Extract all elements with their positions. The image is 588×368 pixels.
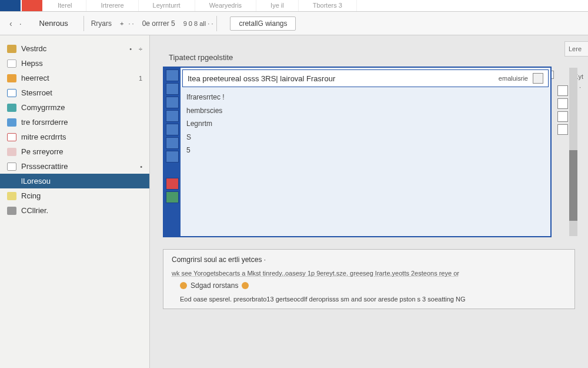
alert-icon [7,133,16,141]
editor-panel: Itea preeteureal osss 3RS| lairoval Fras… [163,67,552,237]
tool-icon[interactable] [166,151,179,163]
menu-plus[interactable]: + [118,16,126,31]
editor-side-buttons [557,85,568,135]
menu-separator [216,16,217,31]
page-icon [7,118,16,127]
tool-icon[interactable] [166,69,179,81]
sidebar-item-label: CCllrier. [21,206,48,215]
tool-icon[interactable] [166,124,179,135]
right-panel-label: Lere [567,44,586,54]
sidebar-item[interactable]: tre forsrrderre [0,115,149,130]
blank-icon [7,177,16,185]
top-tab[interactable]: Leyrnturrt [139,0,195,11]
editor-header-button[interactable] [533,73,543,84]
sidebar-badge: • [140,163,142,170]
sidebar-item-selected[interactable]: lLoresou [0,174,149,188]
folder-icon [7,45,16,53]
sidebar-item-label: mitre ecrdrrts [21,132,66,141]
tool-icon-go[interactable] [166,191,179,203]
sidebar-item[interactable]: Hepss [0,56,149,71]
console-title: Comgrirsl soul ac ertli yetces · [172,256,566,264]
editor-body[interactable]: Ifraresrrtec ! hembrscies Legnrtm S 5 [181,89,550,236]
console-line: wk see Yorogetsbecarts a Mkst tinredy..o… [172,268,566,278]
sidebar-item[interactable]: Comygrrmze [0,100,149,115]
sidebar-item-label: Rcing [21,191,41,200]
status-dot-icon [242,282,249,289]
side-button[interactable] [557,85,568,96]
tool-icon[interactable] [166,97,179,108]
right-mini-panel: Lere [564,41,588,57]
sidebar-item[interactable]: Rcing [0,188,149,203]
side-button[interactable] [557,98,568,109]
sidebar-item-label: tre forsrrderre [21,118,68,127]
top-tab[interactable]: Irtrerere [86,0,138,11]
module-icon [7,104,16,112]
tool-spacer [166,164,179,176]
editor-line: 5 [186,144,544,158]
tool-icon-stop[interactable] [166,178,179,190]
editor-header-text: Itea preeteureal osss 3RS| lairoval Fras… [188,74,335,83]
scrollbar-thumb[interactable] [569,150,577,221]
sidebar-item[interactable]: Prsssecrattire • [0,159,149,174]
document-icon [7,59,16,68]
editor-line: S [186,131,544,145]
menu-center[interactable]: 0e orrrer 5 [136,16,181,31]
sidebar-badge: • [129,45,132,52]
top-tab[interactable]: Tborters 3 [299,0,357,11]
menu-main[interactable]: Nenrous [25,15,82,31]
menu-item2[interactable]: Rryars [85,16,118,31]
sidebar-item-label: Pe srreyorre [21,147,64,156]
content-area: Lere Kyt · Tipatect rpgeolstite Itea pre… [150,35,588,368]
menu-dots[interactable]: · · [126,16,136,31]
editor-header-flag: emaluisrie [499,75,532,82]
app-tab-red[interactable] [22,0,42,11]
menu-separator [83,16,84,31]
nav-fwd-icon[interactable]: · [16,19,25,28]
menu-bar: ‹ · Nenrous Rryars + · · 0e orrrer 5 9 0… [0,12,588,35]
editor-main: Itea preeteureal osss 3RS| lairoval Fras… [181,68,550,236]
note-icon [7,148,16,156]
status-dot-icon [180,282,187,289]
tool-icon[interactable] [166,137,179,149]
console-status-text: Sdgad rorstans [191,281,238,290]
sidebar-item-label: Stesrroet [21,88,52,97]
console-panel: Comgrirsl soul ac ertli yetces · wk see … [163,249,575,309]
menu-symbols[interactable]: 9 0 8 all · · [181,16,216,31]
top-tab-strip: Iterel Irtrerere Leyrnturrt Wearyedris I… [0,0,588,12]
menu-box-button[interactable]: cretallG wiangs [230,16,296,31]
sidebar-item-label: heerrect [21,74,49,82]
sidebar-item-label: Comygrrmze [21,103,65,112]
sidebar-badge: ÷ [139,45,142,52]
top-tab[interactable]: Iye il [256,0,299,11]
panel-title: Tipatect rpgeolstite [157,42,581,67]
sidebar-item-label: Vestrdc [21,44,46,53]
sidebar-item[interactable]: Stesrroet [0,85,149,100]
app-tab-blue[interactable] [0,0,21,11]
sidebar-item-label: lLoresou [21,177,51,185]
editor-icon-column [164,68,181,236]
sidebar-item[interactable]: Vestrdc • ÷ [0,41,149,56]
sidebar-item[interactable]: Pe srreyorre [0,144,149,159]
sidebar-item[interactable]: CCllrier. [0,203,149,218]
sidebar-item-label: Hepss [21,59,43,68]
sidebar-item-label: Prsssecrattire [21,162,68,171]
tool-icon[interactable] [166,110,179,122]
sidebar-item[interactable]: mitre ecrdrrts [0,130,149,144]
config-icon [7,207,16,215]
nav-back-icon[interactable]: ‹ [6,19,16,28]
console-message: Eod oase spesrel. presorbrato13 gertseoc… [172,293,566,303]
top-tab[interactable]: Wearyedris [195,0,256,11]
editor-line: Ifraresrrtec ! [186,91,544,105]
right-side-mark: · [579,84,581,91]
editor-header-row: Itea preeteureal osss 3RS| lairoval Fras… [182,69,549,87]
star-icon [7,192,16,200]
editor-line: hembrscies [186,105,544,118]
top-tab[interactable]: Iterel [44,0,86,11]
side-button[interactable] [557,111,568,122]
tool-icon[interactable] [166,83,179,95]
sidebar-item[interactable]: heerrect 1 [0,71,149,85]
tag-icon [7,74,16,82]
clip-icon [7,163,16,171]
console-status-row: Sdgad rorstans [172,278,566,293]
side-button[interactable] [557,124,568,135]
